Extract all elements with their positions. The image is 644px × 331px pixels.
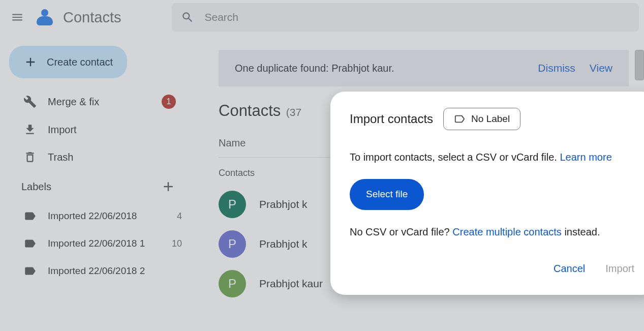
no-file-text: No CSV or vCard file? Create multiple co… (350, 224, 636, 239)
cancel-button[interactable]: Cancel (551, 259, 587, 279)
create-multiple-link[interactable]: Create multiple contacts (452, 226, 562, 237)
label-selector-chip[interactable]: No Label (443, 108, 520, 130)
learn-more-link[interactable]: Learn more (560, 152, 612, 163)
import-button: Import (603, 259, 636, 279)
label-outline-icon (454, 113, 465, 125)
chip-label: No Label (471, 113, 510, 125)
select-file-button[interactable]: Select file (350, 179, 424, 210)
dialog-description: To import contacts, select a CSV or vCar… (350, 149, 636, 165)
dialog-title: Import contacts (350, 112, 433, 126)
import-contacts-dialog: Import contacts No Label To import conta… (330, 92, 644, 295)
